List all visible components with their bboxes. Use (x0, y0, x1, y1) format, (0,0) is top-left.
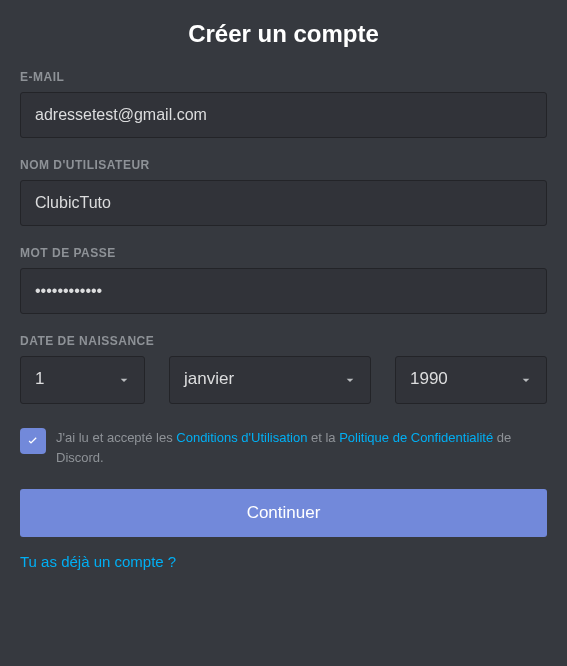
tos-row: J'ai lu et accepté les Conditions d'Util… (20, 428, 547, 467)
dob-day-wrap: 1 (20, 356, 145, 404)
password-group: MOT DE PASSE (20, 246, 547, 314)
privacy-link[interactable]: Politique de Confidentialité (339, 430, 493, 445)
check-icon (25, 433, 41, 449)
already-account-link[interactable]: Tu as déjà un compte ? (20, 553, 176, 570)
terms-link[interactable]: Conditions d'Utilisation (176, 430, 307, 445)
dob-year-select[interactable]: 1990 (395, 356, 547, 404)
tos-mid: et la (307, 430, 339, 445)
tos-text: J'ai lu et accepté les Conditions d'Util… (56, 428, 547, 467)
dob-row: 1 janvier 1990 (20, 356, 547, 404)
tos-prefix: J'ai lu et accepté les (56, 430, 176, 445)
page-title: Créer un compte (20, 20, 547, 48)
continue-button[interactable]: Continuer (20, 489, 547, 537)
password-field[interactable] (20, 268, 547, 314)
dob-group: DATE DE NAISSANCE 1 janvier 1990 (20, 334, 547, 404)
dob-label: DATE DE NAISSANCE (20, 334, 547, 348)
dob-year-wrap: 1990 (395, 356, 547, 404)
dob-day-select[interactable]: 1 (20, 356, 145, 404)
email-label: E-MAIL (20, 70, 547, 84)
dob-month-wrap: janvier (169, 356, 371, 404)
password-label: MOT DE PASSE (20, 246, 547, 260)
username-label: NOM D'UTILISATEUR (20, 158, 547, 172)
dob-month-select[interactable]: janvier (169, 356, 371, 404)
email-group: E-MAIL (20, 70, 547, 138)
username-group: NOM D'UTILISATEUR (20, 158, 547, 226)
username-field[interactable] (20, 180, 547, 226)
email-field[interactable] (20, 92, 547, 138)
tos-checkbox[interactable] (20, 428, 46, 454)
